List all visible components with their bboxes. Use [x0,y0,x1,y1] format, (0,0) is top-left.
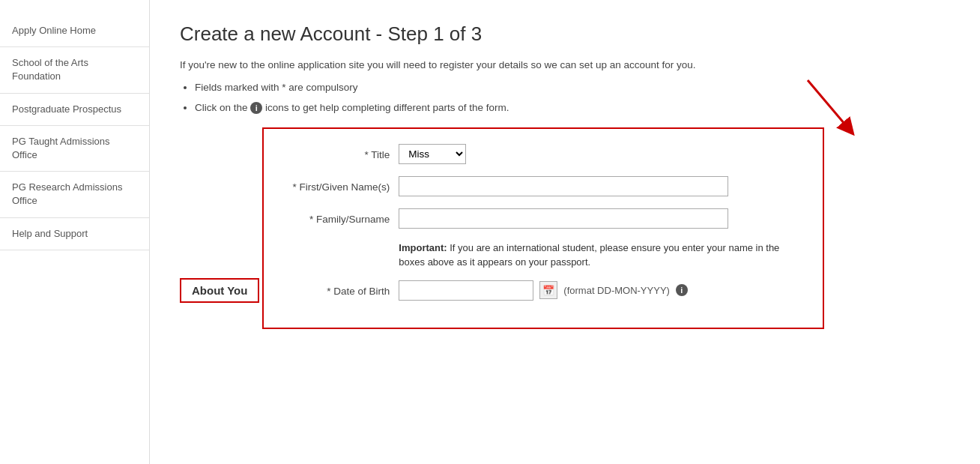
first-name-label: * First/Given Name(s) [279,176,399,195]
family-name-input[interactable] [399,208,728,229]
dob-input-wrapper: 📅 (format DD-MON-YYYY) i [399,280,808,301]
sidebar-item-pg-taught-admissions[interactable]: PG Taught Admissions Office [0,126,149,172]
sidebar-item-postgraduate-prospectus[interactable]: Postgraduate Prospectus [0,94,149,126]
form-area: * Title Miss Mr Mrs Ms Dr Prof * First/G… [262,127,824,329]
important-body: If you are an international student, ple… [399,242,779,268]
title-select[interactable]: Miss Mr Mrs Ms Dr Prof [399,144,466,164]
about-you-tab: About You [180,278,259,303]
dob-info-icon[interactable]: i [676,284,688,296]
main-content: Create a new Account - Step 1 of 3 If yo… [150,0,980,464]
dob-row: * Date of Birth 📅 (format DD-MON-YYYY) i [279,280,808,301]
arrow-container: * Title Miss Mr Mrs Ms Dr Prof * First/G… [262,127,824,329]
red-arrow-annotation [793,73,868,140]
dob-label: * Date of Birth [279,280,399,299]
page-title: Create a new Account - Step 1 of 3 [180,22,950,46]
first-name-row: * First/Given Name(s) [279,176,808,196]
bullet2-suffix: icons to get help completing different p… [265,102,509,113]
title-row: * Title Miss Mr Mrs Ms Dr Prof [279,144,808,164]
bullet2-prefix: Click on the [195,102,248,113]
sidebar-item-help-support[interactable]: Help and Support [0,218,149,250]
family-name-input-wrapper [399,208,808,229]
first-name-input[interactable] [399,176,728,196]
first-name-input-wrapper [399,176,808,196]
dob-format-hint: (format DD-MON-YYYY) [563,285,670,296]
sidebar-item-school-arts[interactable]: School of the Arts Foundation [0,47,149,93]
sidebar-item-pg-research-admissions[interactable]: PG Research Admissions Office [0,172,149,217]
important-bold: Important: [399,242,447,253]
svg-line-0 [808,80,849,129]
intro-paragraph: If you're new to the online application … [180,58,950,73]
calendar-icon[interactable]: 📅 [539,281,557,299]
family-name-label: * Family/Surname [279,208,399,227]
dob-input[interactable] [399,280,533,301]
sidebar-item-apply-online-home[interactable]: Apply Online Home [0,15,149,47]
info-icon: i [250,102,262,114]
title-input-wrapper: Miss Mr Mrs Ms Dr Prof [399,144,808,164]
title-label: * Title [279,144,399,163]
important-note: Important: If you are an international s… [399,241,808,270]
sidebar: Apply Online Home School of the Arts Fou… [0,0,150,464]
family-name-row: * Family/Surname [279,208,808,229]
